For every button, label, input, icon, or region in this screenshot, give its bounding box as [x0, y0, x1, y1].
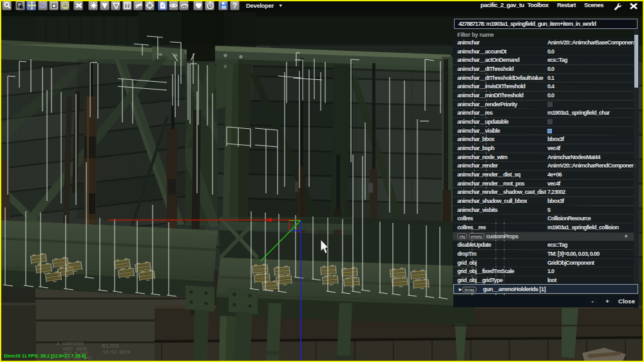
svg-text:?: ? — [232, 1, 237, 10]
